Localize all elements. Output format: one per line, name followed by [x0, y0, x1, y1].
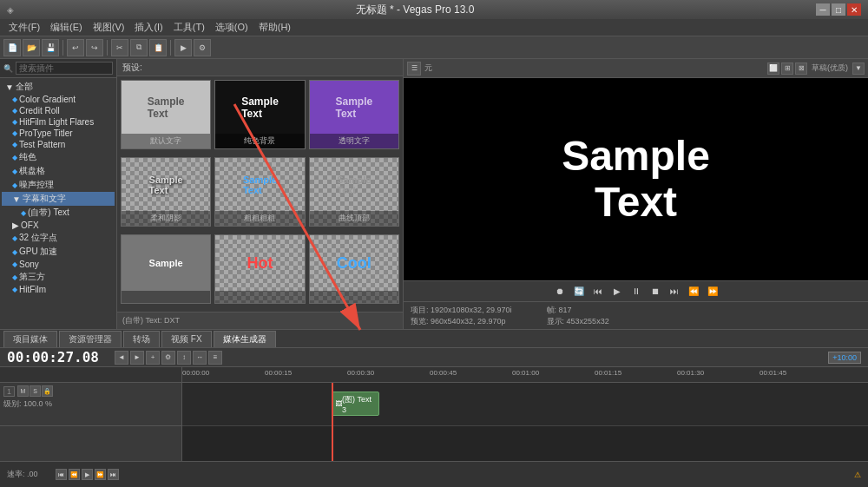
- pause-btn[interactable]: ⏸: [629, 285, 643, 299]
- record-btn[interactable]: ⏺: [553, 285, 567, 299]
- ruler-mark-4: 00:01:00: [512, 369, 539, 377]
- tree-item-testpattern[interactable]: ◆ Test Pattern: [2, 139, 115, 150]
- preview-tb-btn2[interactable]: ⊞: [781, 63, 793, 75]
- menu-file[interactable]: 文件(F): [3, 21, 45, 34]
- sb-btn2[interactable]: ⏪: [69, 469, 80, 480]
- close-button[interactable]: ✕: [847, 3, 861, 16]
- tl-btn1[interactable]: ◄: [115, 351, 128, 365]
- tree-item-thirdparty[interactable]: ◆ 第三方: [2, 270, 115, 284]
- menu-help[interactable]: 帮助(H): [253, 21, 296, 34]
- menu-bar: 文件(F) 编辑(E) 视图(V) 插入(I) 工具(T) 选项(O) 帮助(H…: [0, 19, 868, 36]
- preview-tb-btn1[interactable]: ⬜: [767, 63, 779, 75]
- tab-transitions[interactable]: 转场: [123, 331, 160, 347]
- preset-bold[interactable]: SampleText 粗粗粗粗: [214, 157, 305, 227]
- prev-btn2[interactable]: ⏪: [687, 285, 700, 299]
- plugin-icon: ◆: [12, 129, 17, 137]
- track-level-row: 级别: 100.0 %: [3, 398, 178, 410]
- expand-icon: ▶: [12, 220, 19, 230]
- tree-item-gpu[interactable]: ◆ GPU 加速: [2, 245, 115, 259]
- tree-item-solid[interactable]: ◆ 纯色: [2, 150, 115, 164]
- tl-btn7[interactable]: ≡: [208, 351, 222, 365]
- preset-thumb: SampleText: [310, 158, 398, 211]
- search-input[interactable]: [16, 62, 113, 75]
- clip-text3[interactable]: 🖼 (图) Text 3: [332, 392, 379, 416]
- tree-item-hitfilm2[interactable]: ◆ HitFilm: [2, 284, 115, 295]
- preset-soft-shadow[interactable]: SampleText 柔和阴影: [121, 157, 211, 227]
- track-row-1: 🖼 (图) Text 3: [182, 383, 868, 426]
- copy-button[interactable]: ⧉: [130, 39, 148, 56]
- tree-item-sony[interactable]: ◆ Sony: [2, 259, 115, 270]
- undo-button[interactable]: ↩: [67, 39, 84, 56]
- track-number: 1: [3, 386, 15, 397]
- menu-options[interactable]: 选项(O): [210, 21, 253, 34]
- sb-btn3[interactable]: ▶: [82, 469, 93, 480]
- prev-frame-btn[interactable]: ⏮: [591, 285, 605, 299]
- tab-explorer[interactable]: 资源管理器: [59, 331, 122, 347]
- sb-btn4[interactable]: ⏩: [95, 469, 106, 480]
- track-lock-btn[interactable]: 🔒: [42, 385, 53, 397]
- menu-view[interactable]: 视图(V): [88, 21, 130, 34]
- tl-btn3[interactable]: +: [146, 351, 160, 365]
- tree-item-builtin-text[interactable]: ◆ (自带) Text: [2, 206, 115, 220]
- redo-button[interactable]: ↪: [86, 39, 103, 56]
- tree-item-creditroll[interactable]: ◆ Credit Roll: [2, 105, 115, 116]
- preset-sample[interactable]: Sample: [121, 234, 211, 304]
- save-button[interactable]: 💾: [42, 39, 59, 56]
- preview-label: 元: [424, 63, 432, 74]
- plugin-icon: ◆: [12, 248, 17, 256]
- sb-btn5[interactable]: ⏭: [108, 469, 119, 480]
- preview-tb-btn3[interactable]: ⊠: [795, 63, 807, 75]
- expand-icon: ▼: [5, 82, 14, 92]
- preset-curve-top[interactable]: SampleText 曲线顶部: [309, 157, 399, 227]
- menu-tools[interactable]: 工具(T): [168, 21, 210, 34]
- next-frame-btn[interactable]: ⏭: [667, 285, 681, 299]
- ruler-marks: 00:00:00 00:00:15 00:00:30 00:00:45 00:0…: [182, 367, 868, 382]
- preset-transparent-text[interactable]: SampleText 透明文字: [309, 80, 399, 149]
- tl-btn6[interactable]: ↔: [193, 351, 207, 365]
- tree-item-noise[interactable]: ◆ 噪声控理: [2, 178, 115, 192]
- cut-button[interactable]: ✂: [111, 39, 128, 56]
- tree-item-all[interactable]: ▼ 全部: [2, 80, 115, 94]
- tree-item-ofx[interactable]: ▶ OFX: [2, 220, 115, 231]
- tree-item-colorgradient[interactable]: ◆ Color Gradient: [2, 94, 115, 105]
- maximize-button[interactable]: □: [832, 3, 845, 16]
- properties-button[interactable]: ⚙: [194, 39, 211, 56]
- minimize-button[interactable]: ─: [816, 3, 830, 16]
- paste-button[interactable]: 📋: [149, 39, 167, 56]
- preview-tb-btn4[interactable]: ▼: [852, 63, 865, 75]
- track-solo-btn[interactable]: S: [30, 385, 41, 397]
- preset-default-text[interactable]: SampleText 默认文字: [121, 80, 211, 149]
- tl-btn2[interactable]: ►: [130, 351, 144, 365]
- speed-label: 速率: .00: [7, 469, 38, 480]
- track-mute-btn[interactable]: M: [17, 385, 29, 397]
- tree-item-32bit[interactable]: ◆ 32 位字点: [2, 231, 115, 245]
- preset-label: 默认文字: [122, 134, 210, 148]
- preset-solid-bg[interactable]: SampleText 纯色背景: [214, 80, 305, 149]
- stop-btn[interactable]: ⏹: [648, 285, 662, 299]
- tree-item-protype[interactable]: ◆ ProType Titler: [2, 128, 115, 139]
- next-btn2[interactable]: ⏩: [706, 285, 720, 299]
- clip-icon: 🖼: [335, 400, 342, 408]
- play-btn[interactable]: ▶: [610, 285, 624, 299]
- tree-item-hitfilm[interactable]: ◆ HitFilm Light Flares: [2, 116, 115, 128]
- sb-btn1[interactable]: ⏮: [56, 469, 67, 480]
- preset-label: [310, 291, 398, 303]
- statusbar-right: ⚠: [854, 471, 861, 479]
- menu-edit[interactable]: 编辑(E): [45, 21, 88, 34]
- menu-insert[interactable]: 插入(I): [129, 21, 168, 34]
- tab-video-fx[interactable]: 视频 FX: [161, 331, 212, 347]
- loop-btn[interactable]: 🔄: [572, 285, 586, 299]
- tree-item-text[interactable]: ▼ 字幕和文字: [2, 192, 115, 206]
- render-button[interactable]: ▶: [174, 39, 192, 56]
- tl-btn4[interactable]: ⚙: [161, 351, 175, 365]
- tab-project-media[interactable]: 项目媒体: [3, 331, 57, 347]
- preset-cool[interactable]: Cool: [309, 234, 399, 304]
- open-button[interactable]: 📂: [23, 39, 40, 56]
- tl-btn5[interactable]: ↕: [177, 351, 191, 365]
- preset-label: 纯色背景: [215, 134, 304, 148]
- preview-menu-btn[interactable]: ☰: [407, 62, 421, 76]
- preset-hot[interactable]: Hot: [214, 234, 305, 304]
- new-button[interactable]: 📄: [3, 39, 21, 56]
- tab-media-generator[interactable]: 媒体生成器: [214, 331, 276, 347]
- tree-item-checkerboard[interactable]: ◆ 棋盘格: [2, 164, 115, 178]
